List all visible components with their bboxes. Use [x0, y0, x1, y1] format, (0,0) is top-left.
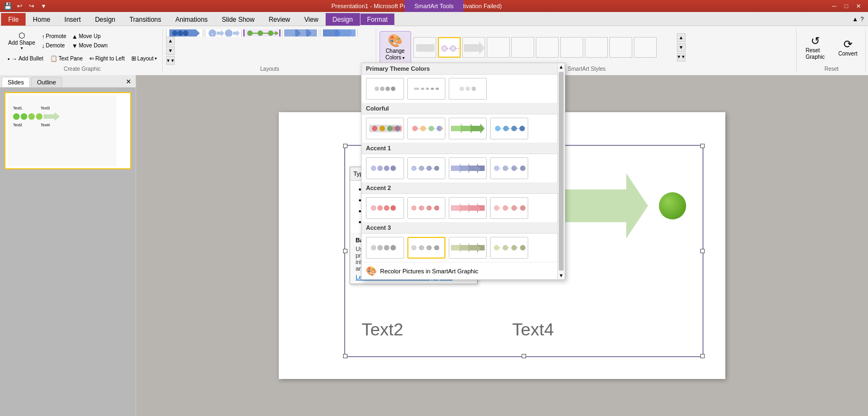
convert-button[interactable]: ⟳ Convert [834, 36, 862, 58]
svg-point-77 [384, 205, 389, 211]
sidebar-close-button[interactable]: ✕ [123, 77, 134, 87]
accent3-4[interactable] [490, 237, 528, 259]
style-scroll-down[interactable]: ▼ [677, 43, 686, 52]
layout-scroll-down[interactable]: ▼ [166, 46, 175, 55]
accent2-4[interactable] [490, 197, 528, 219]
change-colors-icon: 🎨 [388, 34, 402, 48]
create-graphic-label: Create Graphic [64, 65, 101, 72]
move-up-button[interactable]: ▲ Move Up [70, 32, 109, 41]
reset-graphic-button[interactable]: ↺ Reset Graphic [801, 33, 829, 62]
demote-button[interactable]: ↓ Demote [40, 41, 68, 50]
add-shape-button[interactable]: ⬡ Add Shape ▾ [5, 29, 38, 52]
tab-animations[interactable]: Animations [168, 13, 215, 26]
smartart-style-9[interactable] [609, 37, 632, 58]
smartart-style-8[interactable] [585, 37, 608, 58]
accent1-3[interactable] [449, 157, 487, 179]
tab-review[interactable]: Review [261, 13, 297, 26]
smartart-style-10[interactable] [634, 37, 657, 58]
accent3-2-selected[interactable] [407, 237, 445, 259]
primary-color-3[interactable] [449, 78, 487, 100]
layout-item-3[interactable] [243, 29, 280, 36]
recolor-row[interactable]: 🎨 Recolor Pictures in SmartArt Graphic [362, 262, 565, 279]
layout-icon: ⊞ [131, 55, 136, 62]
svg-point-83 [427, 206, 431, 210]
smartart-style-1[interactable] [413, 37, 436, 58]
ribbon-collapse-icon[interactable]: ▲ [852, 16, 858, 22]
customize-qa-button[interactable]: ▾ [38, 1, 49, 11]
svg-point-103 [419, 246, 424, 250]
smartart-style-7[interactable] [560, 37, 583, 58]
primary-color-1[interactable] [366, 78, 404, 100]
minimize-button[interactable]: ─ [829, 2, 840, 10]
tab-home[interactable]: Home [26, 13, 57, 26]
colorful-4[interactable] [490, 118, 528, 139]
change-colors-dropdown-icon: ▾ [402, 56, 405, 60]
sidebar-tab-slides[interactable]: Slides [2, 77, 30, 87]
large-text4: Text4 [512, 320, 553, 340]
tab-slideshow[interactable]: Slide Show [215, 13, 261, 26]
redo-button[interactable]: ↪ [26, 1, 37, 11]
layouts-group: ● [164, 28, 376, 73]
smartart-style-3[interactable] [462, 37, 485, 58]
tab-format[interactable]: Format [360, 13, 395, 26]
svg-point-75 [371, 205, 376, 211]
svg-marker-15 [275, 31, 278, 35]
svg-point-61 [427, 166, 431, 170]
dropdown-scrollbar[interactable]: ▲ ▼ [557, 63, 565, 279]
smartart-style-5[interactable] [511, 37, 534, 58]
tab-design2[interactable]: Design [326, 13, 360, 26]
tab-transitions[interactable]: Transitions [123, 13, 168, 26]
undo-button[interactable]: ↩ [14, 1, 25, 11]
smartart-style-2-selected[interactable] [438, 37, 461, 58]
tab-insert[interactable]: Insert [57, 13, 88, 26]
help-icon[interactable]: ? [860, 16, 864, 22]
tab-view[interactable]: View [297, 13, 326, 26]
maximize-button[interactable]: □ [841, 2, 852, 10]
layout-button[interactable]: ⊞ Layout ▾ [129, 54, 159, 63]
right-to-left-button[interactable]: ⇐ Right to Left [87, 54, 127, 63]
svg-point-118 [520, 245, 525, 250]
sidebar-tab-outline[interactable]: Outline [31, 77, 62, 87]
layout-item-1[interactable] [166, 29, 203, 36]
accent2-2[interactable] [407, 197, 445, 219]
primary-color-2[interactable] [407, 78, 445, 100]
accent1-4[interactable] [490, 157, 528, 179]
smartart-style-4[interactable] [487, 37, 510, 58]
svg-point-105 [427, 246, 431, 250]
tab-file[interactable]: File [1, 13, 26, 26]
accent1-2[interactable] [407, 157, 445, 179]
accent3-3[interactable] [449, 237, 487, 259]
svg-marker-20 [335, 29, 352, 36]
accent3-1[interactable] [366, 237, 404, 259]
slide-thumbnail-1[interactable]: Text1 Text3 Text2 [4, 92, 131, 169]
add-bullet-button[interactable]: • → Add Bullet [5, 54, 46, 63]
colors-dropdown: Primary Theme Colors [361, 63, 565, 280]
move-down-button[interactable]: ▼ Move Down [70, 41, 109, 50]
text-pane-button[interactable]: 📋 Text Pane [48, 54, 85, 63]
colorful-3[interactable] [449, 118, 487, 139]
style-scroll-more[interactable]: ▼▼ [677, 53, 686, 62]
scroll-down-arrow[interactable]: ▼ [558, 272, 565, 279]
change-colors-button[interactable]: 🎨 Change Colors ▾ [380, 31, 411, 64]
colorful-2[interactable] [407, 118, 445, 139]
accent2-1[interactable] [366, 197, 404, 219]
scroll-up-arrow[interactable]: ▲ [558, 63, 565, 71]
layout-item-4[interactable] [282, 29, 319, 36]
layout-item-5[interactable] [321, 29, 358, 36]
save-button[interactable]: 💾 [2, 1, 13, 11]
quick-access-toolbar: 💾 ↩ ↪ ▾ [0, 0, 49, 12]
accent1-1[interactable] [366, 157, 404, 179]
layout-scroll-more[interactable]: ▼▼ [166, 56, 175, 65]
style-scroll-up[interactable]: ▲ [677, 33, 686, 42]
colorful-1[interactable] [366, 118, 404, 139]
smartart-style-6[interactable] [536, 37, 559, 58]
accent2-3[interactable] [449, 197, 487, 219]
scroll-thumb[interactable] [559, 72, 564, 271]
text-pane-icon: 📋 [50, 55, 58, 62]
layout-item-2[interactable]: ● [205, 29, 242, 36]
promote-button[interactable]: ↑ Promote [40, 32, 68, 41]
close-button[interactable]: ✕ [853, 2, 864, 10]
tab-design[interactable]: Design [88, 13, 122, 26]
layout-scroll-up[interactable]: ▲ [166, 36, 175, 45]
svg-point-59 [419, 166, 424, 170]
